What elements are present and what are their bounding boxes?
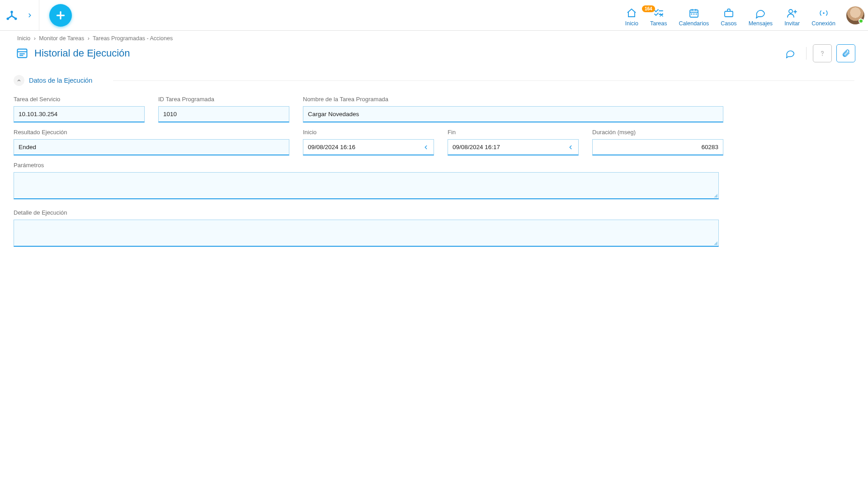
field-start: Inicio 09/08/2024 16:16 [303, 129, 434, 155]
nav-connection[interactable]: Conexión [811, 7, 835, 27]
separator [806, 47, 807, 60]
chat-icon [755, 7, 766, 19]
nav-calendars[interactable]: Calendarios [679, 7, 709, 27]
topbar-left [0, 0, 39, 30]
nav-cases[interactable]: Casos [721, 7, 736, 27]
field-sched-task-name: Nombre de la Tarea Programada Cargar Nov… [303, 96, 723, 122]
value: 1010 [163, 111, 177, 117]
user-avatar[interactable] [846, 6, 864, 24]
section-divider [113, 80, 854, 81]
svg-point-20 [823, 12, 825, 14]
label: Parámetros [14, 162, 719, 169]
chevron-left-icon [423, 144, 429, 150]
content: Datos de la Ejecución Tarea del Servicio… [0, 65, 868, 247]
page-header-actions [781, 44, 855, 62]
end-datetime-input[interactable]: 09/08/2024 16:17 [448, 139, 579, 155]
invite-user-icon [787, 7, 797, 19]
label: Nombre de la Tarea Programada [303, 96, 723, 103]
connection-icon [818, 7, 830, 19]
topbar: Inicio 164 Tareas Calendarios Casos [0, 0, 868, 31]
breadcrumb-actions[interactable]: Tareas Programadas - Acciones [93, 35, 173, 42]
app-logo-icon[interactable] [3, 6, 21, 24]
nav-tasks[interactable]: 164 Tareas [650, 7, 667, 27]
nav-home[interactable]: Inicio [625, 7, 638, 27]
svg-rect-16 [725, 11, 733, 17]
value: Ended [19, 144, 36, 150]
expand-sidebar-button[interactable] [24, 6, 36, 24]
breadcrumb-separator: › [88, 35, 90, 42]
nav-label: Conexión [811, 20, 835, 27]
breadcrumb-monitor[interactable]: Monitor de Tareas [39, 35, 84, 42]
nav-label: Calendarios [679, 20, 709, 27]
start-datetime-input[interactable]: 09/08/2024 16:16 [303, 139, 434, 155]
tasks-badge: 164 [642, 5, 655, 12]
nav-label: Casos [721, 20, 736, 27]
value: Cargar Novedades [308, 111, 359, 117]
value: 09/08/2024 16:16 [308, 144, 355, 150]
field-end: Fin 09/08/2024 16:17 [448, 129, 579, 155]
value: 60283 [701, 144, 718, 150]
value: 10.101.30.254 [19, 111, 57, 117]
field-exec-result: Resultado Ejecución Ended [14, 129, 289, 155]
breadcrumb-home[interactable]: Inicio [17, 35, 30, 42]
section-header: Datos de la Ejecución [14, 75, 854, 86]
field-service-task: Tarea del Servicio 10.101.30.254 [14, 96, 145, 122]
section-collapse-button[interactable] [14, 75, 24, 86]
calendar-icon [689, 7, 699, 19]
exec-detail-textarea[interactable] [14, 220, 719, 247]
page-title: Historial de Ejecución [34, 47, 130, 59]
nav-label: Mensajes [749, 20, 773, 27]
help-button[interactable] [813, 44, 832, 62]
params-textarea[interactable] [14, 172, 719, 199]
sched-task-id-input[interactable]: 1010 [158, 106, 289, 122]
page-icon [15, 47, 29, 60]
breadcrumb: Inicio › Monitor de Tareas › Tareas Prog… [0, 31, 868, 44]
label: Detalle de Ejecución [14, 209, 719, 216]
svg-rect-21 [18, 49, 27, 58]
section-title: Datos de la Ejecución [29, 77, 92, 84]
field-sched-task-id: ID Tarea Programada 1010 [158, 96, 289, 122]
presence-indicator-icon [859, 19, 863, 23]
field-params: Parámetros [14, 162, 719, 199]
briefcase-icon [723, 7, 734, 19]
attachments-button[interactable] [836, 44, 855, 62]
nav-label: Tareas [650, 20, 667, 27]
form-row-1: Tarea del Servicio 10.101.30.254 ID Tare… [14, 96, 719, 122]
page-header-left: Historial de Ejecución [15, 47, 130, 60]
field-exec-detail: Detalle de Ejecución [14, 209, 719, 247]
svg-point-17 [789, 9, 793, 13]
sched-task-name-input[interactable]: Cargar Novedades [303, 106, 723, 122]
service-task-input[interactable]: 10.101.30.254 [14, 106, 145, 122]
field-duration: Duración (mseg) 60283 [592, 129, 723, 155]
new-action-button[interactable] [49, 4, 72, 27]
exec-result-input[interactable]: Ended [14, 139, 289, 155]
form-row-2: Resultado Ejecución Ended Inicio 09/08/2… [14, 129, 719, 155]
nav-label: Invitar [784, 20, 800, 27]
duration-input[interactable]: 60283 [592, 139, 723, 155]
top-nav: Inicio 164 Tareas Calendarios Casos [625, 0, 835, 30]
chevron-left-icon [567, 144, 574, 150]
label: Inicio [303, 129, 434, 136]
page-header: Historial de Ejecución [0, 44, 868, 65]
nav-invite[interactable]: Invitar [784, 7, 800, 27]
label: ID Tarea Programada [158, 96, 289, 103]
value: 09/08/2024 16:17 [453, 144, 500, 150]
nav-label: Inicio [625, 20, 638, 27]
home-icon [626, 7, 637, 19]
label: Duración (mseg) [592, 129, 723, 136]
comments-button[interactable] [781, 44, 800, 62]
label: Fin [448, 129, 579, 136]
label: Tarea del Servicio [14, 96, 145, 103]
breadcrumb-separator: › [34, 35, 36, 42]
nav-messages[interactable]: Mensajes [749, 7, 773, 27]
label: Resultado Ejecución [14, 129, 289, 136]
